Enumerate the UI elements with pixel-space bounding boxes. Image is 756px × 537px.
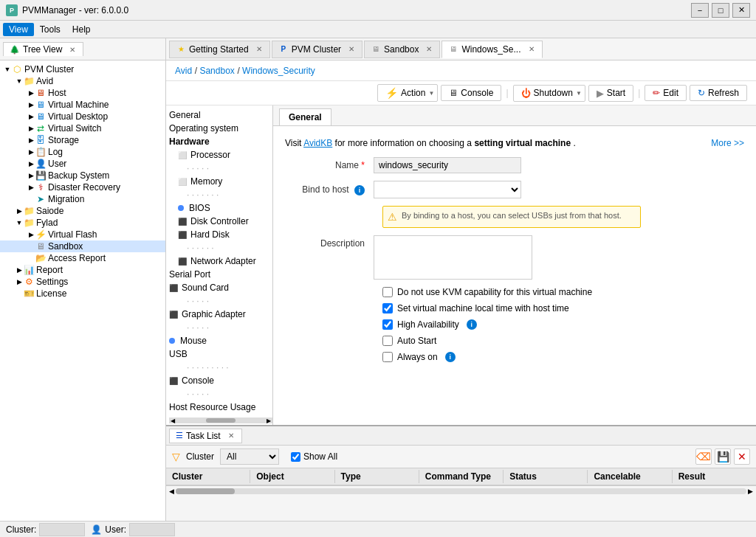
cb-local-time: Set virtual machine local time with host… [285, 303, 744, 313]
info-link[interactable]: AvidKB [303, 138, 332, 148]
tree-virtual-desktop[interactable]: ▶ 🖥 Virtual Desktop [0, 111, 165, 122]
tree-vs-label: Virtual Switch [48, 123, 101, 134]
name-input[interactable] [374, 157, 521, 173]
tree-migration[interactable]: ➤ Migration [0, 193, 165, 205]
warning-icon: ⚠ [388, 211, 397, 223]
tree-access-report[interactable]: 📂 Access Report [0, 252, 165, 264]
tab-general[interactable]: General [279, 108, 331, 125]
tree-report[interactable]: ▶ 📊 Report [0, 264, 165, 276]
vmt-hardware[interactable]: Hardware [166, 135, 272, 148]
vmt-memory[interactable]: ⬜ Memory [166, 175, 272, 188]
vmt-hard-disk[interactable]: ⬛ Hard Disk [166, 228, 272, 241]
more-link[interactable]: More >> [711, 138, 744, 148]
tab-sandbox[interactable]: 🖥 Sandbox ✕ [364, 41, 440, 58]
vmt-processor[interactable]: ⬜ Processor [166, 148, 272, 162]
action-button[interactable]: ⚡ Action ▼ [377, 84, 438, 102]
scroll-left-btn[interactable]: ◀ [169, 488, 174, 495]
help-menu[interactable]: Help [66, 23, 97, 36]
description-input[interactable] [374, 235, 532, 280]
tree-fylad-label: Fylad [36, 218, 58, 228]
tree-settings[interactable]: ▶ ⚙ Settings [0, 276, 165, 288]
tree-backup[interactable]: ▶ 💾 Backup System [0, 170, 165, 181]
tree-virtual-flash[interactable]: ▶ ⚡ Virtual Flash [0, 229, 165, 240]
tree-tab-close[interactable]: ✕ [68, 45, 77, 54]
sandbox-expand [27, 242, 35, 251]
tree-avid[interactable]: ▼ 📁 Avid [0, 75, 165, 87]
cluster-filter-select[interactable]: All [220, 448, 279, 465]
auto-start-checkbox[interactable] [382, 336, 393, 346]
breadcrumb-avid[interactable]: Avid [175, 66, 192, 76]
view-menu[interactable]: View [3, 23, 34, 36]
save-tasks-button[interactable]: 💾 [715, 448, 731, 465]
tree-root[interactable]: ▼ ⬡ PVM Cluster [0, 63, 165, 75]
tree-license[interactable]: 🎫 License [0, 288, 165, 299]
start-label: Start [607, 88, 625, 98]
tab-close-sandbox[interactable]: ✕ [425, 45, 433, 54]
vmt-console[interactable]: ⬛ Console [166, 374, 272, 387]
tab-close-getting-started[interactable]: ✕ [255, 45, 264, 54]
tree-virtual-switch[interactable]: ▶ ⇄ Virtual Switch [0, 122, 165, 134]
close-button[interactable]: ✕ [732, 3, 750, 18]
local-time-checkbox[interactable] [382, 303, 393, 313]
vdesktop-icon: 🖥 [35, 111, 46, 122]
tab-getting-started[interactable]: ★ Getting Started ✕ [169, 41, 270, 58]
tree-view-tab[interactable]: 🌲 Tree View ✕ [3, 42, 83, 56]
tree-saiode[interactable]: ▶ 📁 Saiode [0, 205, 165, 217]
bind-host-info-icon[interactable]: i [354, 185, 365, 195]
minimize-button[interactable]: − [691, 3, 709, 18]
tab-close-windows[interactable]: ✕ [527, 45, 536, 54]
vmt-usb[interactable]: USB [166, 347, 272, 361]
tree-host[interactable]: ▶ 🖥 Host [0, 87, 165, 99]
scroll-left[interactable]: ◀ [171, 418, 175, 424]
tree-user[interactable]: ▶ 👤 User [0, 158, 165, 170]
maximize-button[interactable]: □ [712, 3, 729, 18]
vmt-disk-ctrl[interactable]: ⬛ Disk Controller [166, 215, 272, 228]
console-button[interactable]: 🖥 Console [441, 85, 501, 101]
scroll-right[interactable]: ▶ [267, 418, 271, 424]
titlebar-controls[interactable]: − □ ✕ [691, 3, 750, 18]
start-button[interactable]: ▶ Start [588, 85, 633, 102]
tree-sandbox-label: Sandbox [48, 241, 83, 252]
vmt-mouse[interactable]: Mouse [166, 334, 272, 347]
refresh-button[interactable]: ↻ Refresh [690, 85, 747, 101]
tab-close-pvm[interactable]: ✕ [347, 45, 356, 54]
h-scroll-track[interactable] [176, 488, 746, 494]
vmt-graphic[interactable]: ⬛ Graphic Adapter [166, 308, 272, 321]
scroll-right-btn[interactable]: ▶ [748, 488, 753, 495]
vmt-serial[interactable]: Serial Port [166, 268, 272, 281]
vmt-serial-label: Serial Port [169, 269, 210, 280]
edit-button[interactable]: ✏ Edit [645, 85, 687, 101]
tree-disaster[interactable]: ▶ ⚕ Disaster Recovery [0, 181, 165, 193]
ha-info-icon[interactable]: i [467, 319, 477, 330]
vmt-os[interactable]: Operating system [166, 122, 272, 135]
task-list-tab[interactable]: ☰ Task List ✕ [169, 429, 242, 443]
user-icon: 👤 [91, 524, 102, 535]
tools-menu[interactable]: Tools [34, 23, 66, 36]
vmt-general[interactable]: General [166, 108, 272, 122]
tree-fylad[interactable]: ▼ 📁 Fylad [0, 217, 165, 229]
breadcrumb-windows[interactable]: Windows_Security [242, 66, 315, 76]
close-tasks-button[interactable]: ✕ [734, 448, 750, 465]
tree-sandbox[interactable]: 🖥 Sandbox [0, 240, 165, 252]
bind-host-select[interactable] [374, 181, 521, 198]
vmt-host-resource[interactable]: Host Resource Usage [166, 401, 272, 414]
clear-tasks-button[interactable]: ⌫ [695, 448, 712, 465]
vmt-network[interactable]: ⬛ Network Adapter [166, 254, 272, 268]
vmt-sound[interactable]: ⬛ Sound Card [166, 281, 272, 294]
always-on-checkbox[interactable] [382, 352, 393, 362]
tree-virtual-machine[interactable]: ▶ 🖥 Virtual Machine [0, 99, 165, 111]
tab-windows-security[interactable]: 🖥 Windows_Se... ✕ [441, 41, 542, 58]
always-on-info-icon[interactable]: i [445, 352, 456, 362]
tab-pvm-cluster[interactable]: P PVM Cluster ✕ [272, 41, 362, 58]
shutdown-button[interactable]: ⏻ Shutdown ▼ [513, 85, 585, 102]
task-tab-close[interactable]: ✕ [227, 432, 236, 440]
vmt-hd-detail: · · · · · · [166, 241, 272, 254]
tree-storage[interactable]: ▶ 🗄 Storage [0, 134, 165, 146]
no-kvm-checkbox[interactable] [382, 287, 393, 297]
show-all-checkbox[interactable] [291, 452, 300, 462]
breadcrumb-sandbox[interactable]: Sandbox [199, 66, 234, 76]
tree-log[interactable]: ▶ 📋 Log [0, 146, 165, 158]
ha-checkbox[interactable] [382, 319, 393, 330]
vmt-bios[interactable]: BIOS [166, 201, 272, 215]
vmt-sound-label: Sound Card [182, 283, 229, 293]
